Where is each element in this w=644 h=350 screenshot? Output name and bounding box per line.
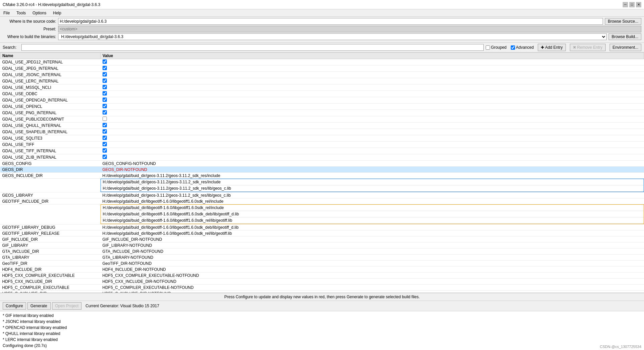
table-row[interactable]: GTA_LIBRARYGTA_LIBRARY-NOTFOUND xyxy=(0,254,644,260)
row-checkbox[interactable] xyxy=(103,104,107,108)
table-row[interactable]: HDF5_C_INCLUDE_DIRHDF5_C_INCLUDE_DIR-NOT… xyxy=(0,291,644,293)
row-checkbox[interactable] xyxy=(103,59,107,64)
table-row[interactable]: GEOS_CONFIGGEOS_CONFIG-NOTFOUND xyxy=(0,161,644,167)
menu-tools[interactable]: Tools xyxy=(14,10,28,16)
table-row[interactable]: GTA_INCLUDE_DIRGTA_INCLUDE_DIR-NOTFOUND xyxy=(0,248,644,254)
row-checkbox[interactable] xyxy=(103,91,107,96)
table-row[interactable]: GDAL_USE_PNG_INTERNAL xyxy=(0,110,644,116)
table-row[interactable]: GDAL_USE_OPENCAD_INTERNAL xyxy=(0,97,644,104)
row-value: H:/develop/gdal/buid_dir/libgeotiff-1.6.… xyxy=(101,224,644,230)
table-row[interactable]: GDAL_USE_SHAPELIB_INTERNAL xyxy=(0,129,644,135)
browse-source-button[interactable]: Browse Source... xyxy=(605,18,641,25)
table-row[interactable]: GeoTIFF_DIRGeoTIFF_DIR-NOTFOUND xyxy=(0,260,644,267)
minimize-button[interactable]: ─ xyxy=(623,2,628,7)
window-controls[interactable]: ─ □ ✕ xyxy=(623,2,641,7)
remove-entry-button[interactable]: ✖ Remove Entry xyxy=(570,44,606,51)
preset-row: Preset: xyxy=(3,26,641,32)
table-row[interactable]: GDAL_USE_JPEG12_INTERNAL xyxy=(0,59,644,65)
menu-file[interactable]: File xyxy=(1,10,12,16)
row-name: HDF5_CXX_INCLUDE_DIR xyxy=(0,279,101,285)
table-row[interactable]: GDAL_USE_JSONC_INTERNAL xyxy=(0,72,644,78)
table-row[interactable]: GIF_INCLUDE_DIRGIF_INCLUDE_DIR-NOTFOUND xyxy=(0,236,644,242)
build-label: Where to build the binaries: xyxy=(3,34,56,39)
row-value: HDF5_CXX_COMPILER_EXECUTABLE-NOTFOUND xyxy=(101,273,644,279)
table-row[interactable]: HDF5_CXX_COMPILER_EXECUTABLEHDF5_CXX_COM… xyxy=(0,273,644,279)
table-row[interactable]: GDAL_USE_TIFF_INTERNAL xyxy=(0,148,644,154)
table-row[interactable]: GDAL_USE_QHULL_INTERNAL xyxy=(0,123,644,129)
row-name: HDF5_CXX_COMPILER_EXECUTABLE xyxy=(0,273,101,279)
row-name: GDAL_USE_OPENCAD_INTERNAL xyxy=(0,97,101,104)
log-line: * JSONC internal library enabled xyxy=(3,319,641,325)
table-row[interactable]: HDF5_CXX_INCLUDE_DIRHDF5_CXX_INCLUDE_DIR… xyxy=(0,279,644,285)
table-row[interactable]: HDF5_C_COMPILER_EXECUTABLEHDF5_C_COMPILE… xyxy=(0,285,644,291)
build-select[interactable]: H:/develop/gdal/buid_dir/gdal-3.6.3 xyxy=(58,33,607,40)
dropdown-item[interactable]: H:/develop/gdal/buid_dir/libgeotiff-1.6.… xyxy=(101,217,644,224)
grouped-checkbox-label[interactable]: Grouped xyxy=(486,45,507,50)
dropdown-item[interactable]: H:/develop/gdal/buid_dir/libgeotiff-1.6.… xyxy=(101,205,644,211)
dropdown-item[interactable]: H:/develop/gdal/buid_dir/geos-3.11.2/geo… xyxy=(101,185,644,192)
row-value: H:/develop/gdal/buid_dir/geos-3.11.2/geo… xyxy=(101,192,644,198)
row-value xyxy=(101,97,644,104)
table-row[interactable]: GDAL_USE_ZLIB_INTERNAL xyxy=(0,154,644,161)
row-name: HDF5_C_COMPILER_EXECUTABLE xyxy=(0,285,101,291)
row-name: GEOTIFF_INCLUDE_DIR xyxy=(0,198,101,204)
close-button[interactable]: ✕ xyxy=(636,2,641,7)
add-entry-button[interactable]: ✚ Add Entry xyxy=(538,44,566,51)
table-row[interactable]: GDAL_USE_TIFF xyxy=(0,142,644,148)
maximize-button[interactable]: □ xyxy=(629,2,635,7)
configure-button[interactable]: Configure xyxy=(3,302,26,310)
search-input[interactable] xyxy=(21,44,484,51)
advanced-checkbox-label[interactable]: Advanced xyxy=(511,45,534,50)
advanced-checkbox[interactable] xyxy=(511,45,515,50)
table-row[interactable]: GEOS_LIBRARYH:/develop/gdal/buid_dir/geo… xyxy=(0,192,644,198)
environment-button[interactable]: Environment... xyxy=(610,44,641,51)
row-checkbox[interactable] xyxy=(103,155,107,159)
table-row[interactable]: GDAL_USE_SQLITE3 xyxy=(0,135,644,142)
table-row[interactable]: GEOS_INCLUDE_DIRH:/develop/gdal/buid_dir… xyxy=(0,173,644,179)
table-row[interactable]: GDAL_USE_JPEG_INTERNAL xyxy=(0,65,644,72)
table-row[interactable]: GDAL_USE_PUBLICDECOMPWT xyxy=(0,116,644,123)
row-checkbox[interactable] xyxy=(103,98,107,102)
source-input[interactable] xyxy=(58,18,603,25)
grouped-checkbox[interactable] xyxy=(486,45,490,50)
log-line: * GIF internal library enabled xyxy=(3,313,641,319)
row-checkbox[interactable] xyxy=(103,66,107,70)
table-row[interactable]: GIF_LIBRARYGIF_LIBRARY-NOTFOUND xyxy=(0,242,644,248)
table-row[interactable]: GDAL_USE_ODBC xyxy=(0,91,644,97)
browse-build-button[interactable]: Browse Build... xyxy=(609,33,641,40)
source-row: Where is the source code: Browse Source.… xyxy=(3,18,641,25)
table-row[interactable]: GDAL_USE_OPENCL xyxy=(0,104,644,110)
row-checkbox[interactable] xyxy=(103,110,107,115)
dropdown-item[interactable]: H:/develop/gdal/buid_dir/geos-3.11.2/geo… xyxy=(101,179,644,185)
title-bar: CMake 3.26.0-rc4 - H:/develop/gdal/buid_… xyxy=(0,0,644,9)
table-row[interactable]: HDF4_INCLUDE_DIRHDF4_INCLUDE_DIR-NOTFOUN… xyxy=(0,267,644,273)
row-checkbox[interactable] xyxy=(103,72,107,76)
menu-help[interactable]: Help xyxy=(51,10,63,16)
log-line: Configuring done (20.7s) xyxy=(3,343,641,349)
environment-label: Environment... xyxy=(613,45,638,50)
row-name: GEOS_CONFIG xyxy=(0,161,101,167)
row-checkbox[interactable] xyxy=(103,129,107,134)
row-checkbox[interactable] xyxy=(103,136,107,140)
table-row[interactable]: GDAL_USE_MSSQL_NCLI xyxy=(0,84,644,91)
row-value: GIF_INCLUDE_DIR-NOTFOUND xyxy=(101,236,644,242)
table-row[interactable]: GDAL_USE_LERC_INTERNAL xyxy=(0,78,644,84)
table-row[interactable]: GEOS_DIRGEOS_DIR-NOTFOUND xyxy=(0,167,644,173)
table-row[interactable]: GEOTIFF_INCLUDE_DIRH:/develop/gdal/buid_… xyxy=(0,198,644,204)
row-checkbox[interactable] xyxy=(103,142,107,146)
add-icon: ✚ xyxy=(541,45,544,50)
row-name: GDAL_USE_JPEG_INTERNAL xyxy=(0,65,101,72)
row-value: HDF5_C_INCLUDE_DIR-NOTFOUND xyxy=(101,291,644,293)
row-value xyxy=(101,59,644,65)
row-checkbox[interactable] xyxy=(103,148,107,153)
row-checkbox[interactable] xyxy=(103,78,107,83)
menu-options[interactable]: Options xyxy=(30,10,48,16)
row-checkbox[interactable] xyxy=(103,123,107,127)
table-row[interactable]: GEOTIFF_LIBRARY_RELEASEH:/develop/gdal/b… xyxy=(0,230,644,236)
row-checkbox[interactable] xyxy=(103,117,107,121)
dropdown-item[interactable]: H:/develop/gdal/buid_dir/libgeotiff-1.6.… xyxy=(101,211,644,217)
table-row[interactable]: GEOTIFF_LIBRARY_DEBUGH:/develop/gdal/bui… xyxy=(0,224,644,230)
row-checkbox[interactable] xyxy=(103,85,107,89)
generate-button[interactable]: Generate xyxy=(27,302,51,310)
dropdown-row-blue: H:/develop/gdal/buid_dir/geos-3.11.2/geo… xyxy=(0,179,644,192)
